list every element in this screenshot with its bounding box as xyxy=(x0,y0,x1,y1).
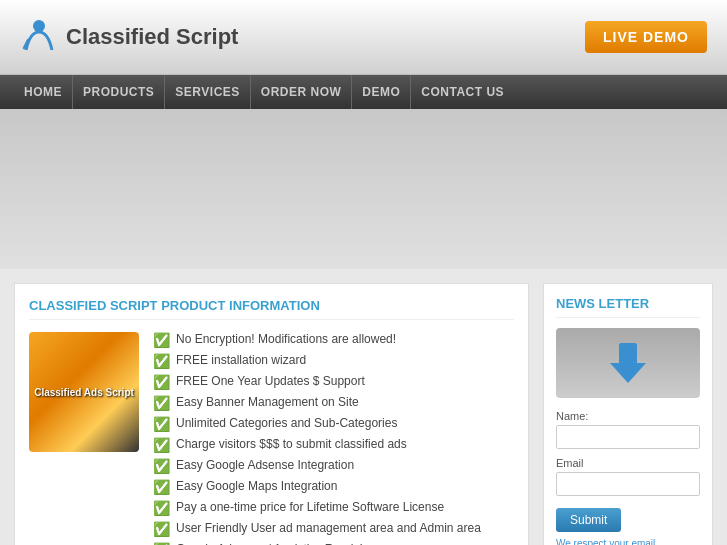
newsletter-panel: NEWS LETTER Name: Email Submit We respec… xyxy=(543,283,713,545)
list-item: ✅Pay a one-time price for Lifetime Softw… xyxy=(153,500,514,516)
list-item: ✅Easy Google Maps Integration xyxy=(153,479,514,495)
check-icon: ✅ xyxy=(153,458,170,474)
name-label: Name: xyxy=(556,410,700,422)
hero-banner xyxy=(0,109,727,269)
nav-contact-us[interactable]: CONTACT US xyxy=(411,75,514,109)
newsletter-title: NEWS LETTER xyxy=(556,296,700,318)
logo-text: Classified Script xyxy=(66,24,238,50)
check-icon: ✅ xyxy=(153,437,170,453)
check-icon: ✅ xyxy=(153,416,170,432)
check-icon: ✅ xyxy=(153,332,170,348)
list-item: ✅FREE installation wizard xyxy=(153,353,514,369)
list-item: ✅Easy Banner Management on Site xyxy=(153,395,514,411)
download-icon-box xyxy=(556,328,700,398)
name-input[interactable] xyxy=(556,425,700,449)
list-item: ✅Charge visitors $$$ to submit classifie… xyxy=(153,437,514,453)
nav-home[interactable]: HOME xyxy=(14,75,73,109)
list-item: ✅Easy Google Adsense Integration xyxy=(153,458,514,474)
arrow-head-icon xyxy=(610,363,646,383)
email-input[interactable] xyxy=(556,472,700,496)
svg-point-0 xyxy=(33,20,45,32)
product-panel: CLASSIFIED SCRIPT PRODUCT INFORMATION Cl… xyxy=(14,283,529,545)
navbar: HOME PRODUCTS SERVICES ORDER NOW DEMO CO… xyxy=(0,75,727,109)
check-icon: ✅ xyxy=(153,479,170,495)
respect-email-text: We respect your email xyxy=(556,538,700,545)
download-arrow-container xyxy=(610,343,646,383)
check-icon: ✅ xyxy=(153,500,170,516)
check-icon: ✅ xyxy=(153,374,170,390)
nav-demo[interactable]: DEMO xyxy=(352,75,411,109)
feature-list: ✅No Encryption! Modifications are allowe… xyxy=(153,332,514,545)
logo-area: Classified Script xyxy=(20,18,238,56)
email-label: Email xyxy=(556,457,700,469)
list-item: ✅FREE One Year Updates $ Support xyxy=(153,374,514,390)
check-icon: ✅ xyxy=(153,353,170,369)
nav-services[interactable]: SERVICES xyxy=(165,75,250,109)
submit-button[interactable]: Submit xyxy=(556,508,621,532)
list-item: ✅Unlimited Categories and Sub-Categories xyxy=(153,416,514,432)
list-item: ✅No Encryption! Modifications are allowe… xyxy=(153,332,514,348)
nav-products[interactable]: PRODUCTS xyxy=(73,75,165,109)
product-panel-title: CLASSIFIED SCRIPT PRODUCT INFORMATION xyxy=(29,298,514,320)
product-inner: Classified Ads Script ✅No Encryption! Mo… xyxy=(29,332,514,545)
check-icon: ✅ xyxy=(153,395,170,411)
header: Classified Script LIVE DEMO xyxy=(0,0,727,75)
main-content: CLASSIFIED SCRIPT PRODUCT INFORMATION Cl… xyxy=(0,269,727,545)
arrow-stem xyxy=(619,343,637,363)
product-box-label: Classified Ads Script xyxy=(30,383,138,402)
list-item: ✅User Friendly User ad management area a… xyxy=(153,521,514,537)
product-box-image: Classified Ads Script xyxy=(29,332,139,452)
live-demo-button[interactable]: LIVE DEMO xyxy=(585,21,707,53)
logo-icon xyxy=(20,18,58,56)
nav-order-now[interactable]: ORDER NOW xyxy=(251,75,353,109)
check-icon: ✅ xyxy=(153,521,170,537)
